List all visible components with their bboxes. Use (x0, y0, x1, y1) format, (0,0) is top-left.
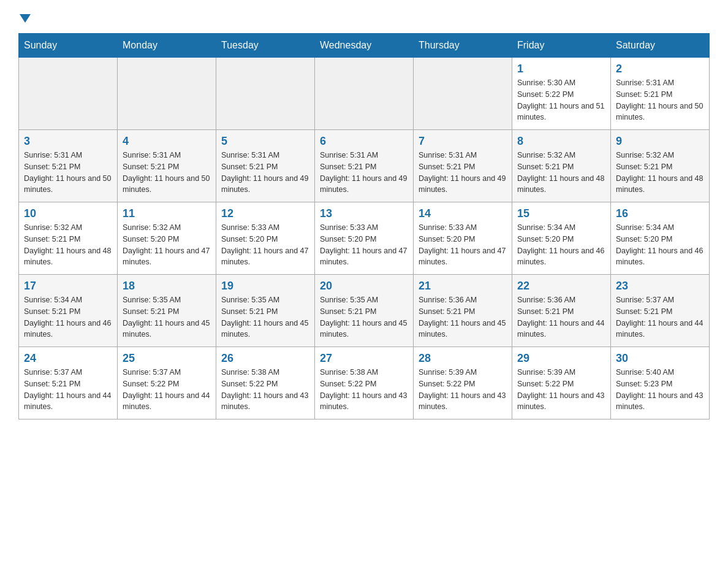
day-number: 12 (221, 207, 309, 220)
day-number: 29 (517, 352, 605, 365)
day-number: 30 (616, 352, 704, 365)
calendar-cell: 1Sunrise: 5:30 AM Sunset: 5:22 PM Daylig… (512, 58, 611, 130)
day-info: Sunrise: 5:32 AM Sunset: 5:21 PM Dayligh… (24, 222, 112, 268)
calendar-cell: 24Sunrise: 5:37 AM Sunset: 5:21 PM Dayli… (19, 347, 118, 419)
day-info: Sunrise: 5:32 AM Sunset: 5:21 PM Dayligh… (616, 150, 704, 196)
day-number: 2 (616, 63, 704, 75)
calendar-cell: 15Sunrise: 5:34 AM Sunset: 5:20 PM Dayli… (512, 202, 611, 275)
calendar-cell: 18Sunrise: 5:35 AM Sunset: 5:21 PM Dayli… (118, 275, 216, 347)
calendar-cell: 28Sunrise: 5:39 AM Sunset: 5:22 PM Dayli… (414, 347, 512, 419)
day-info: Sunrise: 5:31 AM Sunset: 5:21 PM Dayligh… (616, 77, 704, 123)
day-info: Sunrise: 5:36 AM Sunset: 5:21 PM Dayligh… (517, 294, 605, 340)
calendar-cell (315, 58, 414, 130)
day-number: 17 (24, 280, 112, 293)
calendar-cell: 17Sunrise: 5:34 AM Sunset: 5:21 PM Dayli… (19, 275, 118, 347)
weekday-header-saturday: Saturday (611, 34, 710, 58)
calendar-cell: 20Sunrise: 5:35 AM Sunset: 5:21 PM Dayli… (315, 275, 414, 347)
day-number: 4 (123, 135, 211, 148)
calendar-cell: 25Sunrise: 5:37 AM Sunset: 5:22 PM Dayli… (118, 347, 216, 419)
day-info: Sunrise: 5:30 AM Sunset: 5:22 PM Dayligh… (517, 77, 605, 123)
calendar-cell: 6Sunrise: 5:31 AM Sunset: 5:21 PM Daylig… (315, 130, 414, 202)
calendar-week-row: 24Sunrise: 5:37 AM Sunset: 5:21 PM Dayli… (19, 347, 710, 419)
day-info: Sunrise: 5:31 AM Sunset: 5:21 PM Dayligh… (419, 150, 507, 196)
day-number: 18 (123, 280, 211, 293)
weekday-header-sunday: Sunday (19, 34, 118, 58)
logo (18, 12, 31, 24)
calendar-cell: 30Sunrise: 5:40 AM Sunset: 5:23 PM Dayli… (611, 347, 710, 419)
calendar-cell: 22Sunrise: 5:36 AM Sunset: 5:21 PM Dayli… (512, 275, 611, 347)
day-number: 6 (320, 135, 408, 148)
calendar-cell: 27Sunrise: 5:38 AM Sunset: 5:22 PM Dayli… (315, 347, 414, 419)
day-number: 22 (517, 280, 605, 293)
day-number: 13 (320, 207, 408, 220)
day-number: 5 (221, 135, 309, 148)
calendar-cell: 10Sunrise: 5:32 AM Sunset: 5:21 PM Dayli… (19, 202, 118, 275)
day-info: Sunrise: 5:32 AM Sunset: 5:21 PM Dayligh… (517, 150, 605, 196)
day-info: Sunrise: 5:31 AM Sunset: 5:21 PM Dayligh… (320, 150, 408, 196)
calendar-cell: 23Sunrise: 5:37 AM Sunset: 5:21 PM Dayli… (611, 275, 710, 347)
day-info: Sunrise: 5:33 AM Sunset: 5:20 PM Dayligh… (320, 222, 408, 268)
logo-triangle-icon (20, 14, 31, 23)
calendar-cell: 2Sunrise: 5:31 AM Sunset: 5:21 PM Daylig… (611, 58, 710, 130)
day-info: Sunrise: 5:35 AM Sunset: 5:21 PM Dayligh… (123, 294, 211, 340)
calendar-week-row: 1Sunrise: 5:30 AM Sunset: 5:22 PM Daylig… (19, 58, 710, 130)
day-number: 21 (419, 280, 507, 293)
day-number: 16 (616, 207, 704, 220)
day-number: 19 (221, 280, 309, 293)
day-info: Sunrise: 5:37 AM Sunset: 5:21 PM Dayligh… (616, 294, 704, 340)
weekday-header-monday: Monday (118, 34, 216, 58)
calendar-cell (118, 58, 216, 130)
calendar-cell: 26Sunrise: 5:38 AM Sunset: 5:22 PM Dayli… (216, 347, 315, 419)
day-info: Sunrise: 5:31 AM Sunset: 5:21 PM Dayligh… (221, 150, 309, 196)
day-number: 9 (616, 135, 704, 148)
day-info: Sunrise: 5:36 AM Sunset: 5:21 PM Dayligh… (419, 294, 507, 340)
day-info: Sunrise: 5:32 AM Sunset: 5:20 PM Dayligh… (123, 222, 211, 268)
calendar-cell: 3Sunrise: 5:31 AM Sunset: 5:21 PM Daylig… (19, 130, 118, 202)
day-number: 28 (419, 352, 507, 365)
day-number: 10 (24, 207, 112, 220)
calendar-cell: 13Sunrise: 5:33 AM Sunset: 5:20 PM Dayli… (315, 202, 414, 275)
day-info: Sunrise: 5:39 AM Sunset: 5:22 PM Dayligh… (419, 367, 507, 413)
day-info: Sunrise: 5:33 AM Sunset: 5:20 PM Dayligh… (221, 222, 309, 268)
day-number: 27 (320, 352, 408, 365)
day-info: Sunrise: 5:31 AM Sunset: 5:21 PM Dayligh… (24, 150, 112, 196)
day-info: Sunrise: 5:31 AM Sunset: 5:21 PM Dayligh… (123, 150, 211, 196)
calendar-cell: 16Sunrise: 5:34 AM Sunset: 5:20 PM Dayli… (611, 202, 710, 275)
day-info: Sunrise: 5:40 AM Sunset: 5:23 PM Dayligh… (616, 367, 704, 413)
day-info: Sunrise: 5:39 AM Sunset: 5:22 PM Dayligh… (517, 367, 605, 413)
day-number: 14 (419, 207, 507, 220)
day-info: Sunrise: 5:37 AM Sunset: 5:21 PM Dayligh… (24, 367, 112, 413)
day-number: 15 (517, 207, 605, 220)
calendar-table: SundayMondayTuesdayWednesdayThursdayFrid… (18, 33, 710, 419)
weekday-header-row: SundayMondayTuesdayWednesdayThursdayFrid… (19, 34, 710, 58)
calendar-cell: 19Sunrise: 5:35 AM Sunset: 5:21 PM Dayli… (216, 275, 315, 347)
calendar-cell: 11Sunrise: 5:32 AM Sunset: 5:20 PM Dayli… (118, 202, 216, 275)
calendar-body: 1Sunrise: 5:30 AM Sunset: 5:22 PM Daylig… (19, 58, 710, 419)
calendar-cell: 29Sunrise: 5:39 AM Sunset: 5:22 PM Dayli… (512, 347, 611, 419)
day-number: 25 (123, 352, 211, 365)
day-info: Sunrise: 5:33 AM Sunset: 5:20 PM Dayligh… (419, 222, 507, 268)
calendar-cell: 7Sunrise: 5:31 AM Sunset: 5:21 PM Daylig… (414, 130, 512, 202)
day-number: 8 (517, 135, 605, 148)
calendar-cell (216, 58, 315, 130)
day-info: Sunrise: 5:35 AM Sunset: 5:21 PM Dayligh… (320, 294, 408, 340)
day-info: Sunrise: 5:38 AM Sunset: 5:22 PM Dayligh… (320, 367, 408, 413)
calendar-cell: 9Sunrise: 5:32 AM Sunset: 5:21 PM Daylig… (611, 130, 710, 202)
day-info: Sunrise: 5:38 AM Sunset: 5:22 PM Dayligh… (221, 367, 309, 413)
day-number: 1 (517, 63, 605, 75)
day-info: Sunrise: 5:35 AM Sunset: 5:21 PM Dayligh… (221, 294, 309, 340)
calendar-cell: 4Sunrise: 5:31 AM Sunset: 5:21 PM Daylig… (118, 130, 216, 202)
weekday-header-thursday: Thursday (414, 34, 512, 58)
calendar-week-row: 17Sunrise: 5:34 AM Sunset: 5:21 PM Dayli… (19, 275, 710, 347)
page-header (18, 12, 710, 24)
calendar-week-row: 10Sunrise: 5:32 AM Sunset: 5:21 PM Dayli… (19, 202, 710, 275)
weekday-header-tuesday: Tuesday (216, 34, 315, 58)
day-info: Sunrise: 5:37 AM Sunset: 5:22 PM Dayligh… (123, 367, 211, 413)
calendar-cell (19, 58, 118, 130)
calendar-cell: 21Sunrise: 5:36 AM Sunset: 5:21 PM Dayli… (414, 275, 512, 347)
calendar-header: SundayMondayTuesdayWednesdayThursdayFrid… (19, 34, 710, 58)
day-info: Sunrise: 5:34 AM Sunset: 5:20 PM Dayligh… (616, 222, 704, 268)
day-number: 26 (221, 352, 309, 365)
calendar-cell: 8Sunrise: 5:32 AM Sunset: 5:21 PM Daylig… (512, 130, 611, 202)
calendar-cell: 14Sunrise: 5:33 AM Sunset: 5:20 PM Dayli… (414, 202, 512, 275)
